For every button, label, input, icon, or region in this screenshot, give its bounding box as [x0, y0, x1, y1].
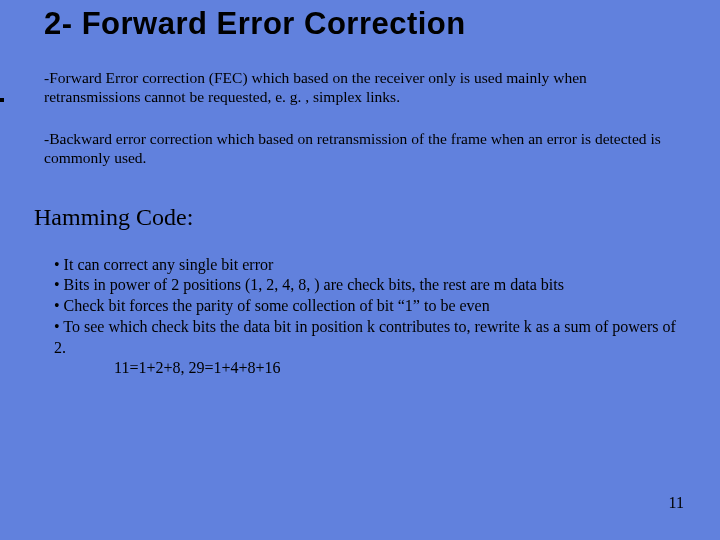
bullet-item-3: • Check bit forces the parity of some co… [54, 296, 686, 317]
slide: 2- Forward Error Correction -Forward Err… [0, 0, 720, 540]
bullet-item-2: • Bits in power of 2 positions (1, 2, 4,… [54, 275, 686, 296]
bullet-list: • It can correct any single bit error • … [34, 255, 686, 380]
intro-paragraph-1: -Forward Error correction (FEC) which ba… [44, 68, 686, 107]
bullet-item-4: • To see which check bits the data bit i… [54, 317, 686, 359]
section-heading: Hamming Code: [34, 204, 686, 231]
slide-title: 2- Forward Error Correction [34, 0, 686, 50]
bullet-sum-line: 11=1+2+8, 29=1+4+8+16 [54, 358, 686, 379]
page-number: 11 [669, 494, 684, 512]
intro-block: -Forward Error correction (FEC) which ba… [34, 68, 686, 168]
bullet-item-1: • It can correct any single bit error [54, 255, 686, 276]
intro-paragraph-2: -Backward error correction which based o… [44, 129, 686, 168]
decorative-dot [0, 98, 4, 102]
